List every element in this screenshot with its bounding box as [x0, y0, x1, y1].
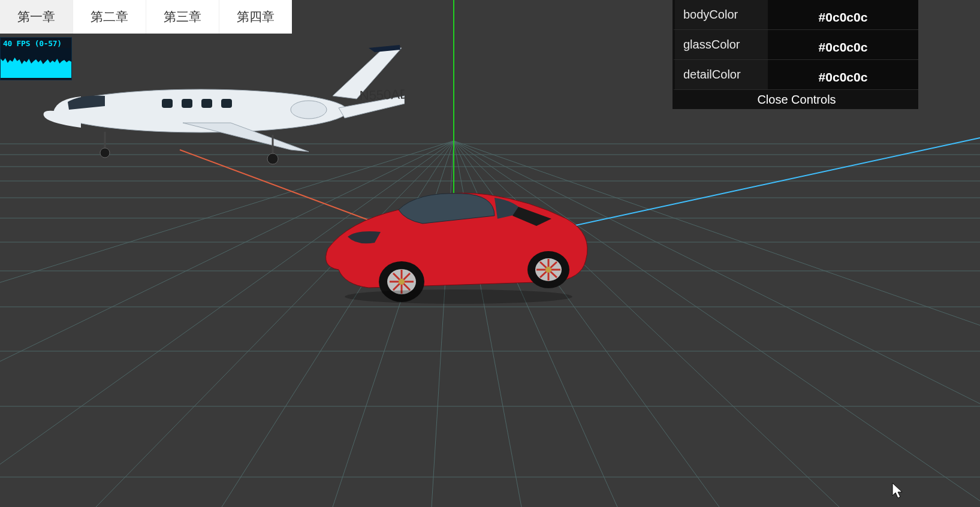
gui-value-detailColor: #0c0c0c	[819, 70, 868, 84]
fps-stats-panel[interactable]: 40 FPS (0-57)	[0, 37, 72, 80]
plane-tail-text: N550AD	[359, 86, 405, 103]
svg-point-53	[545, 267, 551, 273]
gui-label-glassColor: glassColor	[675, 30, 768, 59]
svg-rect-34	[221, 99, 232, 108]
airplane-model[interactable]: N550AD	[33, 39, 405, 165]
gui-row-detailColor[interactable]: detailColor #0c0c0c	[673, 60, 918, 90]
tab-chapter-3[interactable]: 第三章	[146, 0, 219, 34]
tab-chapter-1[interactable]: 第一章	[0, 0, 73, 34]
gui-swatch-glassColor[interactable]: #0c0c0c	[768, 30, 918, 59]
fps-label: 40 FPS (0-57)	[1, 38, 71, 48]
gui-swatch-detailColor[interactable]: #0c0c0c	[768, 60, 918, 89]
gui-row-glassColor[interactable]: glassColor #0c0c0c	[673, 30, 918, 60]
svg-point-39	[291, 101, 327, 119]
3d-viewport[interactable]: N550AD	[0, 0, 980, 507]
svg-point-38	[267, 153, 278, 164]
chapter-tabs: 第一章 第二章 第三章 第四章	[0, 0, 292, 34]
svg-point-46	[399, 279, 405, 285]
gui-value-glassColor: #0c0c0c	[819, 40, 868, 55]
car-model[interactable]	[315, 177, 596, 306]
gui-controls-panel: bodyColor #0c0c0c glassColor #0c0c0c det…	[673, 0, 918, 109]
svg-point-54	[345, 289, 572, 304]
gui-close-controls[interactable]: Close Controls	[673, 90, 918, 109]
gui-label-detailColor: detailColor	[675, 60, 768, 89]
gui-row-bodyColor[interactable]: bodyColor #0c0c0c	[673, 0, 918, 30]
svg-point-36	[100, 148, 110, 158]
gui-value-bodyColor: #0c0c0c	[819, 10, 868, 25]
tab-chapter-4[interactable]: 第四章	[219, 0, 292, 34]
tab-chapter-2[interactable]: 第二章	[73, 0, 146, 34]
fps-chart	[1, 48, 71, 78]
mouse-cursor-icon	[891, 482, 904, 499]
svg-rect-32	[182, 99, 192, 108]
svg-rect-31	[162, 99, 173, 108]
gui-swatch-bodyColor[interactable]: #0c0c0c	[768, 0, 918, 29]
gui-label-bodyColor: bodyColor	[675, 0, 768, 29]
svg-rect-33	[201, 99, 212, 108]
